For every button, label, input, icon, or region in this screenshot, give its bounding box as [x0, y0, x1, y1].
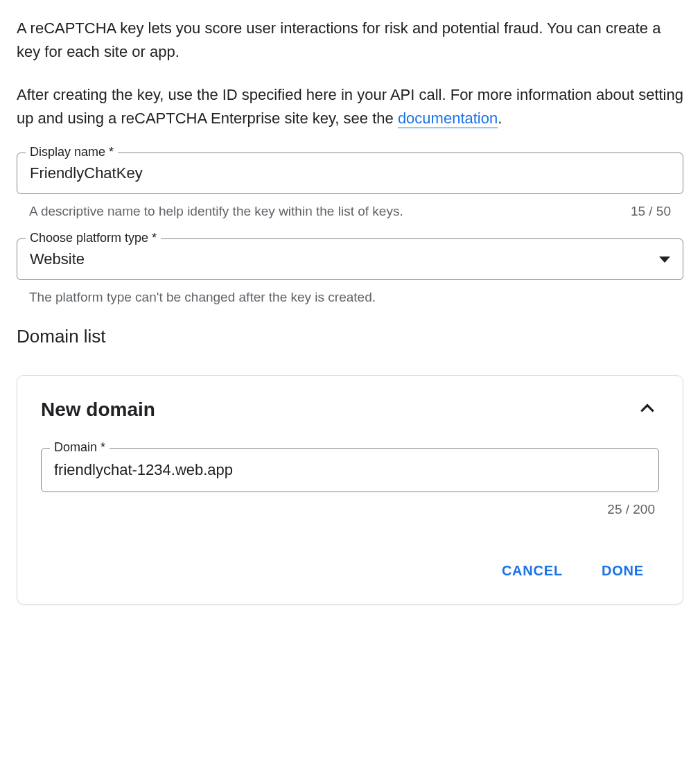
platform-select[interactable]: Choose platform type * Website — [17, 238, 683, 280]
new-domain-header: New domain — [41, 397, 659, 423]
display-name-field: Display name * — [17, 153, 683, 194]
intro-paragraph-1: A reCAPTCHA key lets you score user inte… — [17, 17, 683, 64]
display-name-input[interactable] — [30, 164, 670, 182]
display-name-counter: 15 / 50 — [631, 204, 671, 219]
display-name-field-wrapper: Display name * A descriptive name to hel… — [17, 153, 683, 219]
intro-text: A reCAPTCHA key lets you score user inte… — [17, 17, 683, 130]
new-domain-card: New domain Domain * 25 / 200 CANCEL DONE — [17, 375, 683, 605]
cancel-button[interactable]: CANCEL — [499, 557, 566, 584]
domain-input[interactable] — [54, 461, 646, 479]
chevron-up-icon[interactable] — [636, 397, 659, 423]
display-name-helper: A descriptive name to help identify the … — [29, 204, 403, 219]
caret-down-icon — [659, 257, 670, 263]
platform-field-wrapper: Choose platform type * Website The platf… — [17, 238, 683, 305]
platform-helper: The platform type can't be changed after… — [29, 290, 376, 305]
documentation-link[interactable]: documentation — [398, 110, 498, 128]
intro-paragraph-2: After creating the key, use the ID speci… — [17, 83, 683, 130]
platform-label: Choose platform type * — [26, 231, 161, 245]
domain-field: Domain * — [41, 448, 659, 492]
domain-list-title: Domain list — [17, 326, 683, 347]
done-button[interactable]: DONE — [599, 557, 647, 584]
domain-label: Domain * — [50, 440, 110, 455]
new-domain-title: New domain — [41, 399, 155, 421]
platform-value: Website — [30, 250, 85, 268]
new-domain-actions: CANCEL DONE — [41, 557, 659, 584]
display-name-helper-row: A descriptive name to help identify the … — [17, 204, 683, 219]
display-name-label: Display name * — [26, 145, 118, 159]
platform-helper-row: The platform type can't be changed after… — [17, 290, 683, 305]
domain-counter: 25 / 200 — [41, 502, 659, 517]
